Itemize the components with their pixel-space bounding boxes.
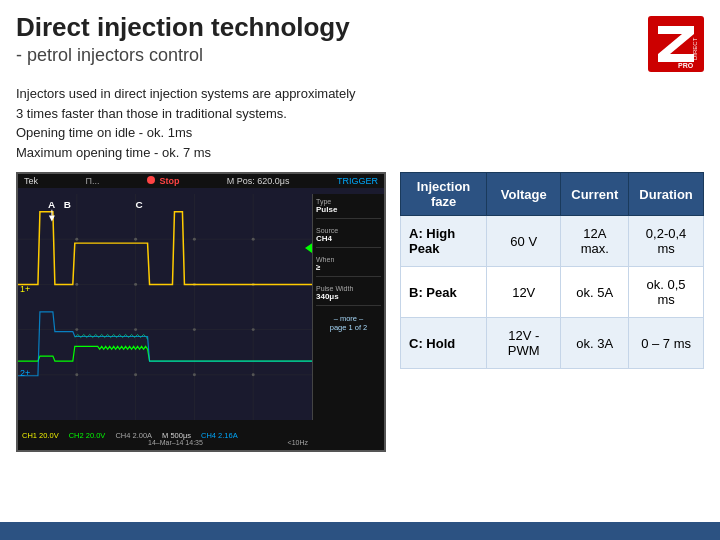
row2-label: B: Peak: [401, 267, 487, 318]
row3-current: ok. 3A: [561, 318, 629, 369]
date-label: 14–Mar–14 14:35: [148, 439, 203, 446]
main-content: Tek Π... Stop M Pos: 620.0μs TRIGGER: [0, 172, 720, 452]
row1-current: 12A max.: [561, 216, 629, 267]
body-line2: 3 times faster than those in traditional…: [16, 104, 704, 124]
svg-point-27: [252, 373, 255, 376]
svg-point-24: [75, 373, 78, 376]
svg-point-13: [134, 238, 137, 241]
table-row: C: Hold 12V - PWM ok. 3A 0 – 7 ms: [401, 318, 704, 369]
page-header: Direct injection technology - petrol inj…: [0, 0, 720, 76]
svg-marker-30: [305, 243, 312, 253]
zenit-logo: PRO DIRECT: [648, 16, 704, 72]
trigger-type: Type Pulse: [316, 198, 381, 219]
svg-text:PRO: PRO: [678, 62, 694, 69]
oscilloscope: Tek Π... Stop M Pos: 620.0μs TRIGGER: [16, 172, 386, 452]
svg-text:DIRECT: DIRECT: [692, 37, 698, 60]
svg-text:1+: 1+: [20, 284, 30, 294]
svg-point-22: [193, 328, 196, 331]
svg-point-17: [134, 283, 137, 286]
scope-red-dot: [147, 176, 155, 184]
header-text: Direct injection technology - petrol inj…: [16, 12, 350, 66]
page-title: Direct injection technology: [16, 12, 350, 43]
svg-point-26: [193, 373, 196, 376]
svg-point-14: [193, 238, 196, 241]
svg-point-23: [252, 328, 255, 331]
col-header-duration: Duration: [629, 173, 704, 216]
body-description: Injectors used in direct injection syste…: [0, 76, 720, 172]
waveform-svg: 1+ 2+ A B C: [18, 194, 312, 420]
trigger-source: Source CH4: [316, 227, 381, 248]
ch1-label: CH1 20.0V: [22, 431, 59, 440]
scope-trigger-label: TRIGGER: [337, 176, 378, 186]
table-row: A: High Peak 60 V 12A max. 0,2-0,4 ms: [401, 216, 704, 267]
row2-voltage: 12V: [487, 267, 561, 318]
scope-sidebar: Type Pulse Source CH4 When ≥ Pulse Width…: [312, 194, 384, 420]
col-header-current: Current: [561, 173, 629, 216]
scope-top-bar: Tek Π... Stop M Pos: 620.0μs TRIGGER: [18, 174, 384, 188]
page-subtitle: - petrol injectors control: [16, 45, 350, 66]
freq-label: <10Hz: [288, 439, 308, 446]
svg-marker-35: [49, 216, 55, 222]
scope-tek-label: Tek: [24, 176, 38, 186]
row3-voltage: 12V - PWM: [487, 318, 561, 369]
scope-stop-label: Stop: [159, 176, 179, 186]
row2-duration: ok. 0,5 ms: [629, 267, 704, 318]
row1-duration: 0,2-0,4 ms: [629, 216, 704, 267]
pulse-width: Pulse Width 340μs: [316, 285, 381, 306]
body-line4: Maximum opening time - ok. 7 ms: [16, 143, 704, 163]
row1-voltage: 60 V: [487, 216, 561, 267]
body-line3: Opening time on idle - ok. 1ms: [16, 123, 704, 143]
row2-current: ok. 5A: [561, 267, 629, 318]
scope-bottom-bar: CH1 20.0V CH2 20.0V CH4 2.00A M 500μs CH…: [18, 420, 384, 450]
col-header-injection: Injection faze: [401, 173, 487, 216]
logo-area: PRO DIRECT: [648, 12, 704, 72]
svg-point-16: [75, 283, 78, 286]
col-header-voltage: Voltage: [487, 173, 561, 216]
scope-stop-indicator: Stop: [147, 176, 180, 186]
scope-dots: Π...: [85, 176, 99, 186]
ch4-label: CH4 2.16A: [201, 431, 238, 440]
svg-point-12: [75, 238, 78, 241]
scope-graph-area: 1+ 2+ A B C: [18, 194, 312, 420]
row1-label: A: High Peak: [401, 216, 487, 267]
table-header-row: Injection faze Voltage Current Duration: [401, 173, 704, 216]
body-line1: Injectors used in direct injection syste…: [16, 84, 704, 104]
ch4b-label: CH4 2.00A: [115, 431, 152, 440]
injection-table: Injection faze Voltage Current Duration …: [400, 172, 704, 369]
trigger-when: When ≥: [316, 256, 381, 277]
more-link: – more – page 1 of 2: [316, 314, 381, 332]
svg-point-21: [134, 328, 137, 331]
svg-text:B: B: [64, 199, 71, 210]
svg-point-15: [252, 238, 255, 241]
info-table: Injection faze Voltage Current Duration …: [400, 172, 704, 369]
svg-text:A: A: [48, 199, 55, 210]
svg-point-20: [75, 328, 78, 331]
scope-mpos: M Pos: 620.0μs: [227, 176, 290, 186]
row3-duration: 0 – 7 ms: [629, 318, 704, 369]
row3-label: C: Hold: [401, 318, 487, 369]
svg-text:C: C: [136, 199, 143, 210]
ch2-label: CH2 20.0V: [69, 431, 106, 440]
svg-point-25: [134, 373, 137, 376]
table-row: B: Peak 12V ok. 5A ok. 0,5 ms: [401, 267, 704, 318]
bottom-accent-bar: [0, 522, 720, 540]
